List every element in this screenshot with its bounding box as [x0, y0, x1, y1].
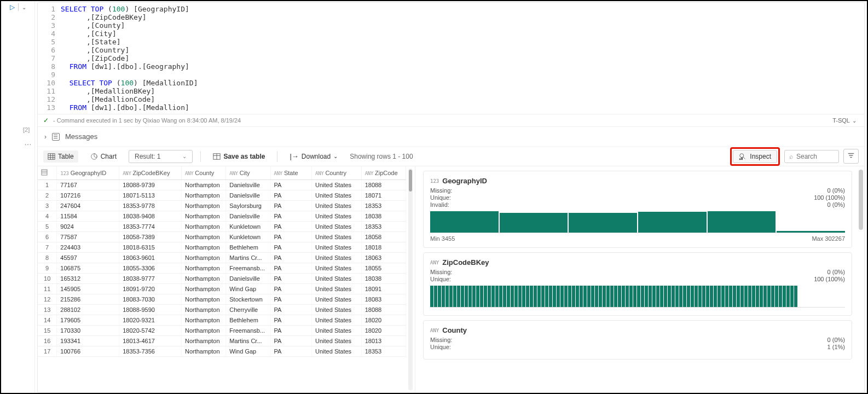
chevron-down-icon: ⌄ [182, 153, 187, 159]
column-header-ZipCodeBKey[interactable]: ANYZipCodeBKey [119, 166, 182, 179]
search-input[interactable] [796, 153, 829, 160]
filter-icon [847, 152, 855, 159]
table-view-button[interactable]: Table [43, 150, 78, 163]
table-row[interactable]: 12 21528618083-7030NorthamptonStockertow… [38, 294, 406, 304]
table-row[interactable]: 8 4559718063-9601NorthamptonMartins Cr..… [38, 252, 406, 263]
execution-status: - Command executed in 1 sec by Qixiao Wa… [53, 117, 241, 124]
inspect-panel[interactable]: 123GeographyID Missing:0 (0%)Unique:100 … [415, 166, 864, 392]
table-row[interactable]: 6 7758718058-7389NorthamptonKunkletownPA… [38, 231, 406, 242]
svg-line-10 [743, 157, 745, 159]
inspect-button[interactable]: Inspect [733, 150, 777, 163]
table-icon [48, 153, 55, 160]
language-indicator[interactable]: T-SQL ⌄ [832, 117, 859, 124]
row-num-header[interactable] [38, 166, 57, 179]
chevron-down-icon: ⌄ [852, 118, 857, 124]
table-row[interactable]: 10 16531218038-9777NorthamptonDanielsvil… [38, 273, 406, 283]
table-row[interactable]: 11 14590518091-9720NorthamptonWind GapPA… [38, 283, 406, 294]
inspect-column-GeographyID: 123GeographyID Missing:0 (0%)Unique:100 … [423, 171, 852, 248]
inspect-scrollbar[interactable] [859, 170, 863, 230]
inspect-column-ZipCodeBKey: ANYZipCodeBKey Missing:0 (0%)Unique:100 … [423, 252, 852, 316]
table-row[interactable]: 13 28810218088-9590NorthamptonCherryvill… [38, 304, 406, 315]
table-scrollbar[interactable] [408, 169, 413, 390]
more-icon[interactable]: … [24, 138, 31, 147]
column-header-City[interactable]: ANYCity [226, 166, 270, 179]
inspect-highlight: Inspect [730, 147, 780, 166]
svg-rect-16 [42, 170, 47, 175]
svg-rect-12 [742, 157, 743, 159]
save-as-table-button[interactable]: Save as table [209, 150, 269, 163]
inspect-icon [739, 153, 747, 160]
line-numbers: 12345678910111213 [38, 3, 61, 114]
chart-view-button[interactable]: Chart [86, 150, 121, 163]
download-icon: |→ [290, 152, 298, 160]
inspect-column-County: ANYCounty Missing:0 (0%)Unique:1 (1%) [423, 320, 852, 360]
svg-rect-0 [48, 153, 55, 159]
table-row[interactable]: 2 10721618071-5113NorthamptonDanielsvill… [38, 190, 406, 200]
column-header-GeographyID[interactable]: 123GeographyID [57, 166, 119, 179]
code-editor[interactable]: 12345678910111213 SELECT TOP (100) [Geog… [38, 3, 864, 114]
histogram [430, 211, 845, 233]
success-check-icon: ✓ [43, 117, 49, 124]
messages-label[interactable]: Messages [65, 132, 97, 141]
table-row[interactable]: 14 17960518020-9321NorthamptonBethlehemP… [38, 315, 406, 325]
chevron-down-icon: ⌄ [333, 153, 338, 159]
table-icon [213, 153, 221, 160]
table-row[interactable]: 4 1158418038-9408NorthamptonDanielsville… [38, 211, 406, 221]
table-row[interactable]: 15 17033018020-5742NorthamptonFreemansb.… [38, 325, 406, 335]
table-row[interactable]: 16 19334118013-4617NorthamptonMartins Cr… [38, 335, 406, 346]
chevron-down-icon: ⌄ [22, 4, 26, 10]
results-table[interactable]: 123GeographyIDANYZipCodeBKeyANYCountyANY… [38, 166, 406, 357]
code-content[interactable]: SELECT TOP (100) [GeographyID] ,[ZipCode… [61, 3, 864, 114]
download-button[interactable]: |→ Download ⌄ [285, 150, 342, 163]
table-row[interactable]: 9 10687518055-3306NorthamptonFreemansb..… [38, 263, 406, 273]
showing-rows-label: Showing rows 1 - 100 [350, 153, 413, 160]
column-header-County[interactable]: ANYCounty [181, 166, 225, 179]
search-icon: ⌕ [789, 153, 793, 160]
table-row[interactable]: 5 902418353-7774NorthamptonKunkletownPAU… [38, 221, 406, 231]
result-select[interactable]: Result: 1 ⌄ [129, 150, 193, 163]
chart-icon [90, 153, 98, 160]
histogram [430, 286, 845, 308]
column-header-ZipCode[interactable]: ANYZipCode [361, 166, 406, 179]
table-row[interactable]: 17 10076618353-7356NorthamptonWind GapPA… [38, 346, 406, 356]
run-icon: ▷ [10, 3, 15, 11]
cell-execution-index: [2] [23, 126, 30, 133]
column-header-Country[interactable]: ANYCountry [312, 166, 362, 179]
table-row[interactable]: 3 24760418353-9778NorthamptonSaylorsburg… [38, 200, 406, 211]
run-cell-dropdown[interactable]: ▷ ⌄ [10, 3, 26, 11]
table-row[interactable]: 1 7716718088-9739NorthamptonDanielsville… [38, 179, 406, 190]
expand-chevron-icon[interactable]: › [44, 133, 47, 141]
table-row[interactable]: 7 22440318018-6315NorthamptonBethlehemPA… [38, 242, 406, 252]
svg-rect-11 [739, 158, 741, 160]
filter-button[interactable] [843, 149, 859, 164]
svg-point-9 [740, 153, 744, 157]
column-header-State[interactable]: ANYState [270, 166, 311, 179]
search-input-wrapper[interactable]: ⌕ [784, 150, 839, 163]
messages-icon [52, 133, 60, 141]
